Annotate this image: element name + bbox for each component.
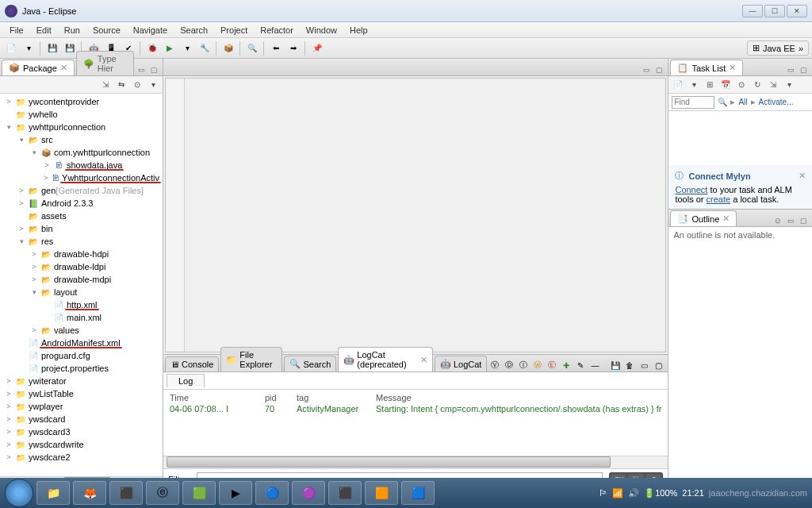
logcat-edit-icon[interactable]: ✎ <box>574 359 587 371</box>
close-icon[interactable]: ✕ <box>420 355 427 365</box>
logcat-export-icon[interactable]: 💾 <box>609 359 622 371</box>
twisty-icon[interactable]: > <box>29 263 40 271</box>
tab-file-explorer[interactable]: 📁File Explorer <box>220 347 282 371</box>
tree-item[interactable]: >📁ywListTable <box>0 387 163 400</box>
tab-logcat[interactable]: 🤖LogCat <box>435 356 487 371</box>
tasklist-menu-icon[interactable]: ▾ <box>783 79 795 91</box>
categorized-icon[interactable]: ⊞ <box>703 79 716 91</box>
tray-volume-icon[interactable]: 🔊 <box>628 488 639 498</box>
menu-navigate[interactable]: Navigate <box>127 24 174 37</box>
twisty-icon[interactable]: > <box>16 199 27 207</box>
tree-item[interactable]: >🖹showdata.java <box>0 159 163 171</box>
tree-item[interactable]: >📁ywsdcard <box>0 413 163 425</box>
twisty-icon[interactable]: > <box>16 187 27 194</box>
taskbar-firefox[interactable]: 🦊 <box>73 481 106 505</box>
taskbar-word[interactable]: 🟦 <box>401 481 435 505</box>
tab-search[interactable]: 🔍Search <box>284 356 336 371</box>
taskbar-ppt[interactable]: 🟧 <box>365 481 398 505</box>
tree-item[interactable]: 📄main.xml <box>0 311 163 324</box>
twisty-icon[interactable]: > <box>3 390 14 398</box>
logcat-verbose-icon[interactable]: Ⓥ <box>488 359 501 371</box>
search-icon[interactable]: 🔍 <box>718 98 727 106</box>
link-editor-icon[interactable]: ⇆ <box>115 79 128 91</box>
tree-item[interactable]: >📗Android 2.3.3 <box>0 197 163 210</box>
twisty-icon[interactable]: > <box>3 441 14 448</box>
twisty-icon[interactable]: > <box>29 250 40 258</box>
logcat-remove-icon[interactable]: — <box>588 359 601 371</box>
log-subtab[interactable]: Log <box>167 374 205 387</box>
tab-logcat-deprecated-[interactable]: 🤖LogCat (deprecated)✕ <box>338 347 433 371</box>
taskbar-app3[interactable]: 🔵 <box>255 481 289 505</box>
tree-item[interactable]: >📂values <box>0 324 163 337</box>
task-find-input[interactable] <box>672 96 714 109</box>
open-type-button[interactable]: 🔍 <box>244 40 260 56</box>
perspective-javaee[interactable]: Java EE <box>763 44 795 53</box>
twisty-icon[interactable]: > <box>3 415 14 423</box>
menu-project[interactable]: Project <box>214 24 254 37</box>
tab-tasklist[interactable]: 📋 Task List ✕ <box>670 60 743 75</box>
minimize-button[interactable]: — <box>742 5 763 17</box>
tree-item[interactable]: >📂bin <box>0 222 163 235</box>
twisty-icon[interactable]: > <box>3 428 14 436</box>
menu-run[interactable]: Run <box>58 24 86 37</box>
tree-item[interactable]: 📂assets <box>0 210 163 222</box>
twisty-icon[interactable]: ▾ <box>16 136 27 144</box>
tree-item[interactable]: ▾📂res <box>0 235 163 248</box>
pin-button[interactable]: 📌 <box>309 40 325 56</box>
tray-network-icon[interactable]: 📶 <box>612 488 623 498</box>
view-menu-icon[interactable]: ▾ <box>147 79 159 91</box>
tree-item[interactable]: >📁ywcontentprovider <box>0 95 163 108</box>
tree-item[interactable]: 📄http.xml <box>0 298 163 311</box>
tab-outline[interactable]: 📑 Outline ✕ <box>670 210 737 226</box>
logcat-error-icon[interactable]: Ⓔ <box>546 359 558 371</box>
tree-item[interactable]: >📁ywplayer <box>0 400 163 413</box>
tree-item[interactable]: >📁ywsdcardwrite <box>0 438 163 451</box>
menu-window[interactable]: Window <box>300 24 343 37</box>
twisty-icon[interactable]: ▾ <box>16 237 27 245</box>
twisty-icon[interactable]: > <box>41 161 52 169</box>
twisty-icon[interactable]: > <box>16 225 27 233</box>
maximize-button[interactable]: ☐ <box>764 5 785 17</box>
menu-edit[interactable]: Edit <box>30 24 58 37</box>
new-button[interactable]: 📄 <box>3 40 19 56</box>
close-tab-icon[interactable]: ✕ <box>729 63 736 73</box>
twisty-icon[interactable]: ▾ <box>29 288 40 296</box>
task-all-link[interactable]: All <box>738 98 747 106</box>
editor-min-icon[interactable]: ▭ <box>641 64 652 75</box>
collapse-all-icon[interactable]: ⇲ <box>99 79 112 91</box>
twisty-icon[interactable]: > <box>29 275 40 283</box>
menu-source[interactable]: Source <box>86 24 127 37</box>
focus-icon[interactable]: ⊙ <box>735 79 748 91</box>
tasklist-max-icon[interactable]: ▢ <box>798 64 809 75</box>
twisty-icon[interactable]: > <box>29 326 40 334</box>
twisty-icon[interactable]: ▾ <box>3 123 14 131</box>
maximize-view-icon[interactable]: ▢ <box>148 64 159 75</box>
taskbar-ie[interactable]: ⓔ <box>146 481 179 505</box>
debug-button[interactable]: 🐞 <box>144 40 160 56</box>
tasklist-min-icon[interactable]: ▭ <box>785 64 796 75</box>
run-button[interactable]: ▶ <box>162 40 178 56</box>
tree-item[interactable]: >📂drawable-hdpi <box>0 248 163 260</box>
close-button[interactable]: ✕ <box>787 5 807 17</box>
start-button[interactable] <box>5 479 33 507</box>
log-col-time[interactable]: Time <box>170 393 265 402</box>
outline-max-icon[interactable]: ▢ <box>798 215 809 226</box>
logcat-add-icon[interactable]: ✚ <box>560 359 573 371</box>
log-col-pid[interactable]: pid <box>265 393 297 402</box>
logcat-clear-icon[interactable]: 🗑 <box>623 359 636 371</box>
tab-console[interactable]: 🖥Console <box>165 356 219 371</box>
log-hscrollbar[interactable] <box>163 456 668 468</box>
log-entry[interactable]: 04-06 07:08... I70ActivityManagerStartin… <box>170 404 661 414</box>
mylyn-create-link[interactable]: create <box>707 194 731 204</box>
taskbar-app4[interactable]: ⬛ <box>328 481 362 505</box>
sync-icon[interactable]: ↻ <box>751 79 764 91</box>
tree-item[interactable]: >📁ywsdcard3 <box>0 425 163 438</box>
taskbar-wmp[interactable]: ▶ <box>219 481 252 505</box>
bottom-min-icon[interactable]: ▭ <box>638 359 650 371</box>
minimize-view-icon[interactable]: ▭ <box>136 64 147 75</box>
focus-task-icon[interactable]: ⊙ <box>131 79 144 91</box>
tree-item[interactable]: ▾📂layout <box>0 286 163 298</box>
logcat-warn-icon[interactable]: Ⓦ <box>531 359 544 371</box>
mylyn-close-icon[interactable]: ✕ <box>799 171 806 181</box>
tree-item[interactable]: ▾📂src <box>0 133 163 146</box>
